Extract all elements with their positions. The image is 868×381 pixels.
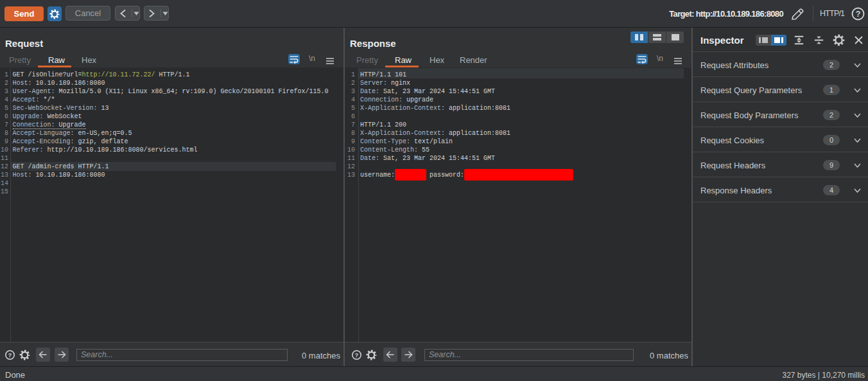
svg-text:?: ? xyxy=(8,351,12,359)
svg-text:?: ? xyxy=(355,351,359,359)
svg-text:?: ? xyxy=(856,10,861,19)
